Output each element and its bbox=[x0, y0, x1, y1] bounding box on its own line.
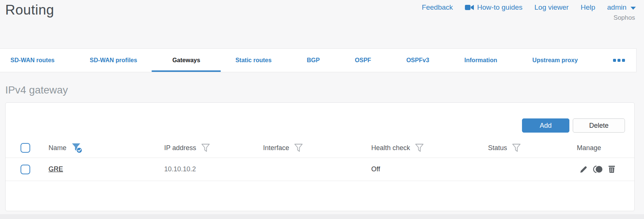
delete-icon[interactable] bbox=[607, 165, 616, 174]
column-header-manage: Manage bbox=[577, 144, 601, 152]
user-menu[interactable]: admin bbox=[607, 3, 636, 12]
gateway-name-link[interactable]: GRE bbox=[49, 165, 63, 173]
tab-bar: SD-WAN routes SD-WAN profiles Gateways S… bbox=[0, 48, 637, 72]
add-button[interactable]: Add bbox=[522, 118, 569, 133]
tab-static-routes[interactable]: Static routes bbox=[235, 49, 272, 72]
table-header-row: Name IP address Interface bbox=[6, 138, 634, 158]
ip-address-cell: 10.10.10.2 bbox=[164, 165, 263, 173]
filter-icon[interactable] bbox=[415, 143, 424, 152]
org-label: Sophos bbox=[613, 14, 635, 22]
ipv4-gateway-panel: Add Delete Name IP address bbox=[5, 102, 635, 211]
row-checkbox[interactable] bbox=[21, 165, 30, 174]
page-title: Routing bbox=[5, 2, 54, 18]
column-header-status: Status bbox=[488, 144, 507, 152]
column-header-interface: Interface bbox=[263, 144, 289, 152]
section-heading: IPv4 gateway bbox=[5, 84, 68, 96]
select-all-checkbox[interactable] bbox=[21, 143, 30, 153]
tab-ospf[interactable]: OSPF bbox=[355, 49, 371, 72]
video-camera-icon bbox=[465, 4, 474, 10]
more-tabs-button[interactable] bbox=[613, 49, 625, 72]
filter-active-icon[interactable] bbox=[71, 142, 82, 153]
top-nav: Feedback How-to guides Log viewer Help a… bbox=[422, 3, 636, 12]
tab-sdwan-routes[interactable]: SD-WAN routes bbox=[10, 49, 54, 72]
table-row: GRE 10.10.10.2 Off bbox=[6, 158, 634, 181]
chevron-down-icon bbox=[631, 7, 636, 10]
how-to-guides-link[interactable]: How-to guides bbox=[465, 3, 522, 12]
table-toolbar: Add Delete bbox=[522, 118, 625, 133]
edit-icon[interactable] bbox=[579, 165, 588, 174]
filter-icon[interactable] bbox=[512, 143, 521, 152]
log-viewer-link[interactable]: Log viewer bbox=[534, 3, 569, 12]
tab-gateways[interactable]: Gateways bbox=[172, 49, 200, 72]
manage-cell bbox=[577, 165, 634, 174]
health-check-cell: Off bbox=[371, 165, 488, 173]
column-header-name: Name bbox=[49, 144, 66, 152]
gateway-table: Name IP address Interface bbox=[6, 138, 634, 181]
filter-icon[interactable] bbox=[294, 143, 303, 152]
tab-sdwan-profiles[interactable]: SD-WAN profiles bbox=[90, 49, 137, 72]
clone-icon[interactable] bbox=[592, 165, 603, 174]
help-link[interactable]: Help bbox=[581, 3, 595, 12]
column-header-health-check: Health check bbox=[371, 144, 410, 152]
app-header: Routing Feedback How-to guides Log viewe… bbox=[0, 0, 644, 48]
column-header-ip-address: IP address bbox=[164, 144, 196, 152]
tab-ospfv3[interactable]: OSPFv3 bbox=[406, 49, 429, 72]
delete-button[interactable]: Delete bbox=[573, 118, 625, 133]
feedback-link[interactable]: Feedback bbox=[422, 3, 453, 12]
tab-bgp[interactable]: BGP bbox=[307, 49, 320, 72]
filter-icon[interactable] bbox=[201, 143, 210, 152]
tab-upstream-proxy[interactable]: Upstream proxy bbox=[532, 49, 578, 72]
tab-information[interactable]: Information bbox=[465, 49, 497, 72]
footer-strip bbox=[0, 214, 644, 219]
